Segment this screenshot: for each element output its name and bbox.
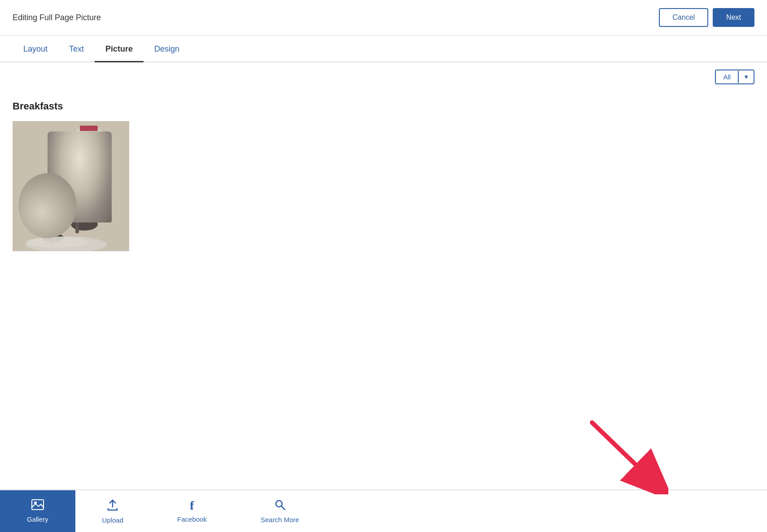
- next-button[interactable]: Next: [713, 8, 754, 27]
- svg-rect-0: [13, 121, 129, 251]
- upload-icon: [106, 498, 119, 513]
- svg-point-4: [31, 188, 84, 215]
- gallery-icon: [31, 499, 44, 512]
- header-buttons: Cancel Next: [659, 8, 754, 27]
- toolbar-upload[interactable]: Upload: [75, 490, 151, 532]
- filter-bar: All ▼: [0, 62, 767, 92]
- section-title: Breakfasts: [13, 100, 754, 112]
- bottom-toolbar: Gallery Upload f Face: [0, 490, 767, 532]
- svg-rect-3: [80, 126, 98, 131]
- page-title: Editing Full Page Picture: [13, 13, 101, 22]
- main-area: All ▼ Breakfasts: [0, 62, 767, 532]
- chevron-down-icon: ▼: [738, 71, 754, 83]
- svg-point-8: [71, 218, 98, 231]
- image-grid: [13, 121, 754, 251]
- svg-point-5: [41, 186, 61, 204]
- svg-line-19: [281, 506, 285, 510]
- facebook-icon: f: [190, 499, 194, 512]
- tab-layout[interactable]: Layout: [13, 35, 58, 62]
- tab-design[interactable]: Design: [144, 35, 190, 62]
- svg-point-13: [26, 237, 89, 248]
- filter-dropdown[interactable]: All ▼: [715, 70, 754, 84]
- breakfast-svg: [13, 121, 129, 251]
- breakfast-image-1[interactable]: [13, 121, 129, 251]
- facebook-label: Facebook: [177, 515, 207, 523]
- toolbar-gallery[interactable]: Gallery: [0, 490, 75, 532]
- search-icon: [274, 499, 286, 512]
- tabs-bar: Layout Text Picture Design: [0, 35, 767, 62]
- bottom-section: Gallery Upload f Face: [0, 490, 767, 532]
- content-area: Breakfasts: [0, 92, 767, 316]
- upload-label: Upload: [102, 516, 124, 524]
- toolbar-search-more[interactable]: Search More: [234, 490, 326, 532]
- tab-text[interactable]: Text: [58, 35, 95, 62]
- toolbar-facebook[interactable]: f Facebook: [150, 490, 234, 532]
- svg-rect-9: [75, 215, 79, 233]
- gallery-label: Gallery: [27, 515, 48, 523]
- svg-point-7: [36, 192, 52, 207]
- header: Editing Full Page Picture Cancel Next: [0, 0, 767, 35]
- food-photo: [13, 121, 129, 251]
- tab-picture[interactable]: Picture: [95, 35, 144, 62]
- filter-label: All: [716, 70, 738, 83]
- svg-rect-1: [75, 130, 102, 193]
- cancel-button[interactable]: Cancel: [659, 8, 708, 27]
- search-more-label: Search More: [261, 516, 299, 523]
- svg-point-6: [55, 185, 73, 201]
